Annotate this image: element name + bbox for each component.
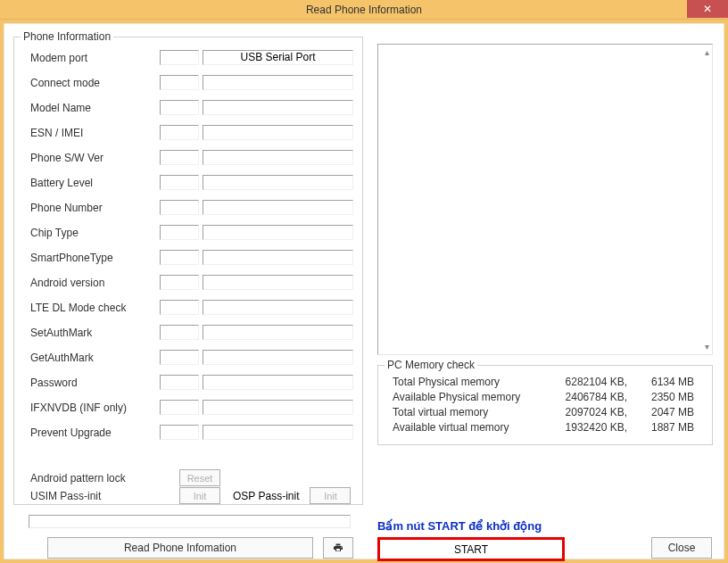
label-getauthmark: GetAuthMark	[30, 352, 160, 364]
phone-info-group: Phone Information Modem port USB Serial …	[13, 37, 363, 505]
field-phone-number-short	[160, 200, 199, 215]
field-ifxnvdb-long	[203, 400, 353, 415]
field-android-version-long	[203, 275, 353, 290]
mem-label: Total Physical memory	[393, 375, 542, 390]
mem-kb: 6282104 KB,	[542, 375, 627, 390]
field-sw-ver-long	[203, 150, 353, 165]
row-lte-dl: LTE DL Mode check	[30, 300, 353, 315]
mem-row-total-virtual: Total virtual memory 2097024 KB, 2047 MB	[378, 405, 712, 420]
close-button[interactable]: Close	[651, 537, 712, 559]
window-title: Read Phone Information	[306, 4, 422, 16]
label-lte-dl: LTE DL Mode check	[30, 302, 160, 314]
label-modem-port: Modem port	[30, 52, 160, 64]
mem-kb: 1932420 KB,	[542, 420, 627, 435]
field-getauthmark-short	[160, 350, 199, 365]
mem-mb: 2350 MB	[627, 390, 694, 405]
label-esn-imei: ESN / IMEI	[30, 127, 160, 139]
field-prevent-upgrade-short	[160, 425, 199, 440]
label-ifxnvdb: IFXNVDB (INF only)	[30, 402, 160, 414]
field-lte-dl-long	[203, 300, 353, 315]
field-chip-type-long	[203, 225, 353, 240]
field-esn-imei-short	[160, 125, 199, 140]
label-sw-ver: Phone S/W Ver	[30, 152, 160, 164]
label-connect-mode: Connect mode	[30, 77, 160, 89]
pc-memory-group: PC Memory check Total Physical memory 62…	[377, 365, 713, 445]
field-getauthmark-long	[203, 350, 353, 365]
mem-row-total-physical: Total Physical memory 6282104 KB, 6134 M…	[378, 375, 712, 390]
field-phone-number-long	[203, 200, 353, 215]
label-chip-type: Chip Type	[30, 227, 160, 239]
field-esn-imei-long	[203, 125, 353, 140]
label-android-version: Android version	[30, 277, 160, 289]
label-osp: OSP Pass-init	[233, 490, 299, 502]
printer-icon	[333, 542, 343, 554]
field-sw-ver-short	[160, 150, 199, 165]
label-model-name: Model Name	[30, 102, 160, 114]
titlebar: Read Phone Information ✕	[0, 0, 728, 20]
read-phone-info-button[interactable]: Read Phone Infomation	[47, 537, 313, 559]
row-smartphone-type: SmartPhoneType	[30, 250, 353, 265]
log-textarea[interactable]: ▴ ▾	[377, 44, 713, 355]
usim-init-button[interactable]: Init	[179, 487, 220, 504]
mem-kb: 2097024 KB,	[542, 405, 627, 420]
label-smartphone-type: SmartPhoneType	[30, 252, 160, 264]
label-prevent-upgrade: Prevent Upgrade	[30, 426, 160, 439]
pc-memory-legend: PC Memory check	[385, 359, 477, 371]
field-setauthmark-short	[160, 325, 199, 340]
row-getauthmark: GetAuthMark	[30, 350, 353, 365]
field-password-long	[203, 375, 353, 390]
window-close-button[interactable]: ✕	[687, 0, 728, 18]
field-android-version-short	[160, 275, 199, 290]
row-phone-number: Phone Number	[30, 200, 353, 215]
row-esn-imei: ESN / IMEI	[30, 125, 353, 140]
mem-label: Available virtual memory	[393, 420, 542, 435]
print-button[interactable]	[323, 537, 353, 559]
row-prevent-upgrade: Prevent Upgrade	[30, 425, 353, 440]
label-setauthmark: SetAuthMark	[30, 327, 160, 339]
field-chip-type-short	[160, 225, 199, 240]
field-battery-short	[160, 175, 199, 190]
mem-kb: 2406784 KB,	[542, 390, 627, 405]
scroll-up-icon[interactable]: ▴	[705, 47, 709, 57]
row-battery: Battery Level	[30, 175, 353, 190]
field-ifxnvdb-short	[160, 400, 199, 415]
field-connect-mode-long	[203, 75, 353, 90]
row-android-version: Android version	[30, 275, 353, 290]
reset-button[interactable]: Reset	[179, 469, 220, 486]
row-modem-port: Modem port USB Serial Port	[30, 50, 353, 65]
field-prevent-upgrade-long	[203, 425, 353, 440]
mem-row-avail-virtual: Available virtual memory 1932420 KB, 188…	[378, 420, 712, 435]
field-smartphone-type-short	[160, 250, 199, 265]
field-modem-port-short	[160, 50, 199, 65]
row-ifxnvdb: IFXNVDB (INF only)	[30, 400, 353, 415]
mem-label: Available Physical memory	[393, 390, 542, 405]
field-modem-port-long: USB Serial Port	[203, 50, 353, 65]
mem-label: Total virtual memory	[393, 405, 542, 420]
field-battery-long	[203, 175, 353, 190]
mem-mb: 2047 MB	[627, 405, 694, 420]
row-model-name: Model Name	[30, 100, 353, 115]
mem-row-avail-physical: Available Physical memory 2406784 KB, 23…	[378, 390, 712, 405]
status-bar	[29, 515, 351, 528]
mem-mb: 6134 MB	[627, 375, 694, 390]
scroll-down-icon[interactable]: ▾	[705, 342, 709, 352]
label-usim: USIM Pass-init	[30, 490, 160, 502]
field-connect-mode-short	[160, 75, 199, 90]
row-password: Password	[30, 375, 353, 390]
mem-mb: 1887 MB	[627, 420, 694, 435]
field-password-short	[160, 375, 199, 390]
label-password: Password	[30, 377, 160, 389]
row-chip-type: Chip Type	[30, 225, 353, 240]
field-smartphone-type-long	[203, 250, 353, 265]
hint-text: Bấm nút START để khởi động	[377, 519, 542, 533]
row-setauthmark: SetAuthMark	[30, 325, 353, 340]
osp-init-button[interactable]: Init	[310, 487, 351, 504]
label-battery: Battery Level	[30, 177, 160, 189]
row-connect-mode: Connect mode	[30, 75, 353, 90]
start-button[interactable]: START	[377, 537, 565, 561]
row-usim-osp: USIM Pass-init Init OSP Pass-init Init	[30, 487, 351, 504]
field-model-name-long	[203, 100, 353, 115]
field-lte-dl-short	[160, 300, 199, 315]
field-model-name-short	[160, 100, 199, 115]
window-body: Phone Information Modem port USB Serial …	[4, 23, 724, 559]
